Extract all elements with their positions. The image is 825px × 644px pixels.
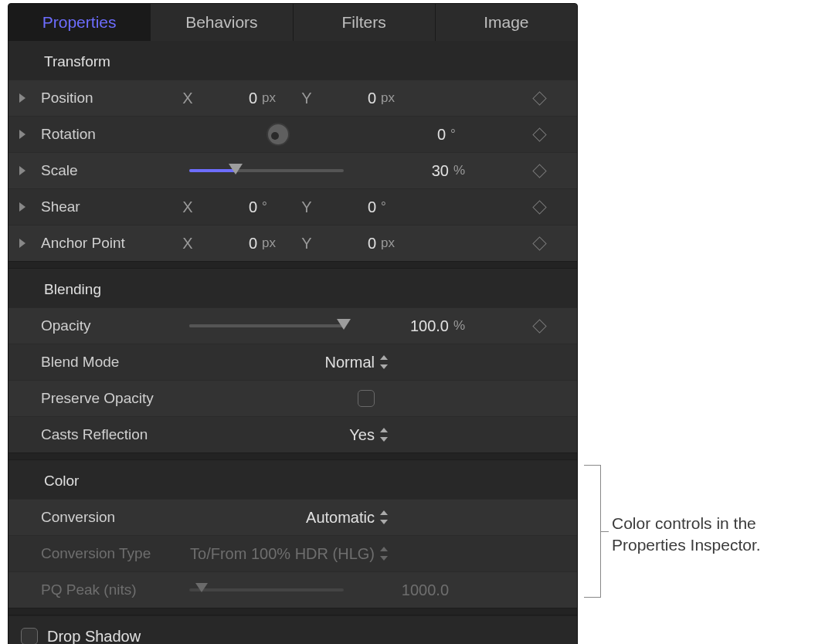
tab-image[interactable]: Image [436,4,577,41]
position-y-value[interactable]: 0 [321,90,381,107]
disclosure-icon[interactable] [19,130,25,139]
annotation-line1: Color controls in the [612,514,756,532]
anchor-x-unit: px [262,236,293,251]
row-blend-mode: Blend Mode Normal [8,344,577,380]
chevron-up-down-icon [379,428,389,442]
tab-filters[interactable]: Filters [294,4,436,41]
x-label: X [174,90,202,107]
chevron-up-down-icon [379,510,389,524]
row-conversion-type: Conversion Type To/From 100% HDR (HLG) [8,535,577,571]
row-opacity: Opacity 100.0 % [8,307,577,344]
preserve-opacity-checkbox[interactable] [358,390,375,407]
rotation-unit: ° [450,127,481,142]
tab-properties[interactable]: Properties [8,4,151,41]
scale-unit: % [453,163,484,178]
row-anchor-point: Anchor Point X 0 px Y 0 px [8,225,577,261]
keyframe-icon[interactable] [532,236,546,250]
section-title-color: Color [8,460,577,499]
scale-label: Scale [35,162,174,179]
row-pq-peak: PQ Peak (nits) 1000.0 [8,571,577,608]
position-label: Position [35,90,174,107]
drop-shadow-label: Drop Shadow [47,628,141,645]
row-rotation: Rotation 0 ° [8,116,577,152]
opacity-label: Opacity [35,317,174,334]
position-xy: X 0 px Y 0 px [174,90,512,107]
casts-reflection-value: Yes [349,426,375,444]
shear-y-value[interactable]: 0 [321,198,381,216]
anchor-label: Anchor Point [35,235,174,252]
position-y-unit: px [381,90,412,106]
conversion-label: Conversion [35,509,174,526]
section-title-transform: Transform [8,41,577,80]
y-label: Y [293,235,321,253]
disclosure-icon[interactable] [19,239,25,248]
pq-peak-value: 1000.0 [393,581,453,599]
rotation-label: Rotation [35,126,174,143]
x-label: X [174,198,202,216]
opacity-unit: % [453,318,484,334]
scale-value[interactable]: 30 [393,162,453,180]
annotation-text: Color controls in the Properties Inspect… [612,513,761,557]
row-scale: Scale 30 % [8,152,577,188]
conversion-value: Automatic [306,509,375,527]
keyframe-icon[interactable] [532,127,546,141]
casts-reflection-dropdown[interactable]: Yes [174,426,512,444]
section-title-blending: Blending [8,269,577,307]
shear-x-value[interactable]: 0 [202,198,262,216]
anchor-y-value[interactable]: 0 [321,235,381,253]
opacity-slider[interactable]: 100.0 % [174,308,512,344]
opacity-value[interactable]: 100.0 [393,317,453,335]
properties-inspector: Properties Behaviors Filters Image Trans… [8,3,578,644]
rotation-dial[interactable] [267,123,290,146]
shear-label: Shear [35,198,174,215]
row-conversion: Conversion Automatic [8,499,577,535]
blend-mode-label: Blend Mode [35,354,174,371]
shear-y-unit: ° [381,199,412,215]
anchor-xy: X 0 px Y 0 px [174,235,512,253]
conversion-type-dropdown: To/From 100% HDR (HLG) [174,545,512,563]
pq-peak-slider: 1000.0 [174,572,512,608]
inspector-tabs: Properties Behaviors Filters Image [8,4,577,41]
x-label: X [174,235,202,253]
preserve-opacity-label: Preserve Opacity [35,390,174,407]
row-position: Position X 0 px Y 0 px [8,80,577,116]
y-label: Y [293,90,321,107]
y-label: Y [293,198,321,216]
anchor-y-unit: px [381,236,412,251]
pq-peak-label: PQ Peak (nits) [35,581,174,598]
shear-x-unit: ° [262,199,293,215]
blend-mode-value: Normal [325,354,375,371]
position-x-unit: px [262,90,293,106]
conversion-type-value: To/From 100% HDR (HLG) [190,545,375,563]
tab-behaviors[interactable]: Behaviors [151,4,293,41]
rotation-value[interactable]: 0 [390,126,450,144]
keyframe-icon[interactable] [532,91,546,105]
disclosure-icon[interactable] [19,166,25,175]
keyframe-icon[interactable] [532,164,546,178]
anchor-x-value[interactable]: 0 [202,235,262,253]
row-preserve-opacity: Preserve Opacity [8,380,577,416]
position-x-value[interactable]: 0 [202,90,262,107]
chevron-up-down-icon [379,547,389,561]
annotation-line2: Properties Inspector. [612,536,761,554]
blend-mode-dropdown[interactable]: Normal [174,354,512,371]
keyframe-icon[interactable] [532,200,546,214]
row-drop-shadow: Drop Shadow [8,615,577,644]
conversion-type-label: Conversion Type [35,545,174,562]
conversion-dropdown[interactable]: Automatic [174,509,512,527]
scale-slider[interactable]: 30 % [174,153,512,188]
row-shear: Shear X 0 ° Y 0 ° [8,188,577,225]
casts-reflection-label: Casts Reflection [35,426,174,443]
chevron-up-down-icon [379,355,389,369]
drop-shadow-checkbox[interactable] [21,628,38,644]
disclosure-icon[interactable] [19,93,25,103]
disclosure-icon[interactable] [19,202,25,212]
row-casts-reflection: Casts Reflection Yes [8,416,577,452]
shear-xy: X 0 ° Y 0 ° [174,198,512,216]
keyframe-icon[interactable] [532,319,546,333]
